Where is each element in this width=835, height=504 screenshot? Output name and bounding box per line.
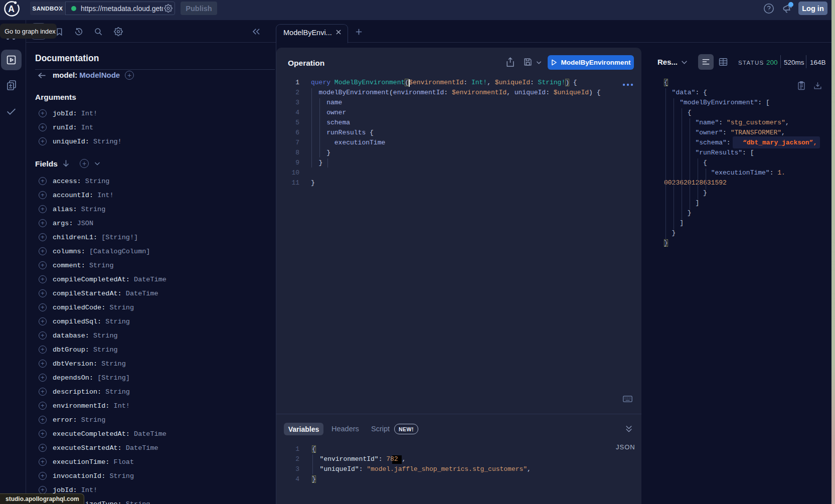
svg-text:A: A	[8, 4, 15, 14]
